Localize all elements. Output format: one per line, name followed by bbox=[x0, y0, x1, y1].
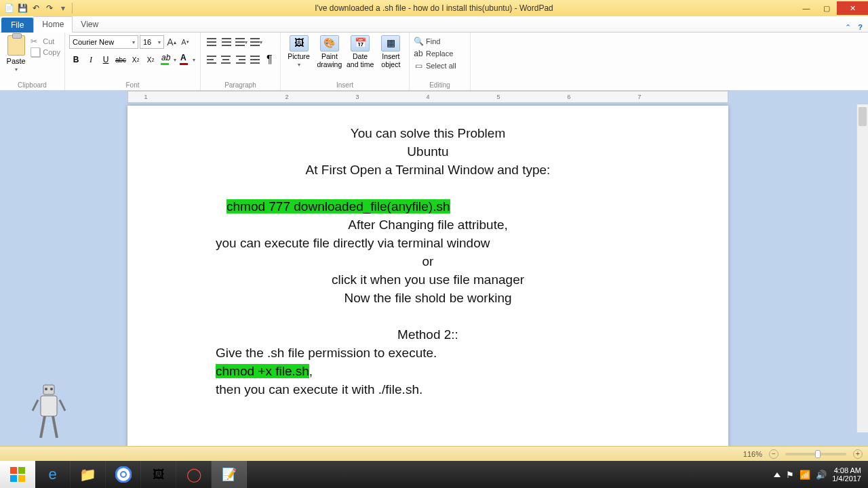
scissors-icon bbox=[31, 37, 40, 46]
fontcolor-dropdown-icon[interactable]: ▾ bbox=[193, 57, 195, 63]
highlight-color-button[interactable]: ab bbox=[159, 53, 172, 66]
bullets-button[interactable]: ▾ bbox=[235, 35, 248, 49]
volume-icon[interactable]: 🔊 bbox=[816, 470, 827, 480]
close-button[interactable]: ✕ bbox=[837, 1, 868, 15]
minimize-ribbon-icon[interactable]: ⌃ bbox=[845, 23, 851, 32]
quick-access-toolbar: 📄 💾 ↶ ↷ ▾ bbox=[0, 2, 77, 14]
align-center-button[interactable] bbox=[219, 53, 232, 66]
start-button[interactable] bbox=[0, 461, 35, 488]
doc-line: or bbox=[216, 253, 640, 271]
line-spacing-button[interactable]: ▾ bbox=[250, 35, 263, 49]
scrollbar-thumb[interactable] bbox=[859, 107, 867, 126]
replace-icon: ab bbox=[414, 49, 423, 58]
ruler-num: 7 bbox=[637, 94, 641, 100]
select-all-icon: ▭ bbox=[414, 61, 423, 70]
decrease-indent-button[interactable] bbox=[205, 35, 218, 49]
object-label: Insert object bbox=[377, 53, 405, 68]
system-tray: ⚑ 📶 🔊 4:08 AM 1/4/2017 bbox=[767, 466, 868, 483]
font-size-combo[interactable]: 16▾ bbox=[140, 35, 164, 49]
copy-button[interactable]: Copy bbox=[31, 47, 60, 57]
insert-picture-button[interactable]: 🖼Picture▾ bbox=[285, 35, 313, 68]
group-font-label: Font bbox=[69, 81, 196, 89]
window-controls: — ▢ ✕ bbox=[796, 1, 868, 15]
group-insert-label: Insert bbox=[285, 81, 405, 89]
italic-button[interactable]: I bbox=[84, 53, 98, 66]
taskbar-ie[interactable]: e bbox=[35, 461, 71, 488]
insert-paint-button[interactable]: 🎨Paint drawing bbox=[315, 35, 343, 68]
action-center-icon[interactable]: ⚑ bbox=[786, 470, 794, 480]
zoom-slider-thumb[interactable] bbox=[815, 450, 821, 458]
tab-view[interactable]: View bbox=[73, 17, 106, 32]
taskbar-app-2[interactable]: ◯ bbox=[176, 461, 212, 488]
increase-indent-button[interactable] bbox=[220, 35, 233, 49]
doc-line: You can solve this Problem bbox=[216, 125, 640, 143]
qat-dropdown-icon[interactable]: ▾ bbox=[57, 2, 69, 14]
chevron-down-icon: ▾ bbox=[158, 39, 161, 45]
paste-dropdown-icon[interactable]: ▾ bbox=[15, 66, 18, 73]
replace-label: Replace bbox=[426, 49, 453, 58]
strikethrough-button[interactable]: abc bbox=[114, 53, 127, 66]
ruler-num: 5 bbox=[496, 94, 500, 100]
cut-button[interactable]: Cut bbox=[31, 37, 60, 46]
tray-overflow-icon[interactable] bbox=[774, 472, 781, 477]
superscript-button[interactable]: X2 bbox=[144, 53, 157, 66]
highlighted-command: chmod 777 downloaded_file(anyfile).sh bbox=[226, 199, 450, 214]
chevron-down-icon: ▾ bbox=[132, 39, 135, 45]
redo-icon[interactable]: ↷ bbox=[43, 2, 56, 14]
ruler[interactable]: 1 2 3 4 5 6 7 bbox=[127, 91, 728, 103]
vertical-scrollbar[interactable] bbox=[856, 104, 868, 432]
paste-button[interactable]: Paste ▾ bbox=[4, 35, 28, 73]
save-icon[interactable]: 💾 bbox=[16, 2, 28, 14]
app-icon: 📄 bbox=[3, 2, 15, 14]
taskbar-explorer[interactable]: 📁 bbox=[71, 461, 106, 488]
doc-line bbox=[216, 308, 640, 326]
insert-object-button[interactable]: ▦Insert object bbox=[377, 35, 405, 68]
help-icon[interactable]: ? bbox=[858, 23, 863, 32]
find-button[interactable]: 🔍Find bbox=[414, 37, 466, 46]
taskbar-chrome[interactable] bbox=[106, 461, 141, 488]
align-justify-button[interactable] bbox=[248, 53, 261, 66]
network-icon[interactable]: 📶 bbox=[800, 470, 810, 480]
title-bar: 📄 💾 ↶ ↷ ▾ I've downloaded a .sh file - h… bbox=[0, 0, 868, 16]
taskbar: e 📁 🖼 ◯ 📝 ⚑ 📶 🔊 4:08 AM 1/4/2017 bbox=[0, 461, 868, 488]
copy-icon bbox=[31, 47, 40, 57]
ruler-num: 4 bbox=[426, 94, 429, 100]
align-right-button[interactable] bbox=[234, 53, 247, 66]
taskbar-clock[interactable]: 4:08 AM 1/4/2017 bbox=[832, 466, 861, 483]
grow-font-button[interactable]: A▴ bbox=[165, 36, 178, 48]
taskbar-app-1[interactable]: 🖼 bbox=[141, 461, 176, 488]
select-all-button[interactable]: ▭Select all bbox=[414, 61, 466, 70]
subscript-button[interactable]: X2 bbox=[129, 53, 142, 66]
ruler-num: 2 bbox=[285, 94, 288, 100]
wordpad-window: 📄 💾 ↶ ↷ ▾ I've downloaded a .sh file - h… bbox=[0, 0, 868, 461]
align-left-button[interactable] bbox=[205, 53, 218, 66]
undo-icon[interactable]: ↶ bbox=[30, 2, 42, 14]
cut-label: Cut bbox=[43, 37, 54, 45]
ribbon: Paste ▾ Cut Copy Clipboard Courier New▾ … bbox=[0, 33, 868, 91]
window-title: I've downloaded a .sh file - how do I in… bbox=[0, 3, 868, 13]
ruler-num: 6 bbox=[567, 94, 570, 100]
bold-button[interactable]: B bbox=[69, 53, 83, 66]
zoom-out-button[interactable]: − bbox=[769, 449, 778, 459]
tab-file[interactable]: File bbox=[1, 18, 33, 33]
taskbar-wordpad[interactable]: 📝 bbox=[212, 461, 247, 488]
font-size-value: 16 bbox=[143, 38, 151, 46]
highlight-dropdown-icon[interactable]: ▾ bbox=[174, 57, 176, 63]
paint-icon: 🎨 bbox=[320, 35, 339, 52]
tab-home[interactable]: Home bbox=[33, 16, 73, 33]
replace-button[interactable]: abReplace bbox=[414, 49, 466, 58]
zoom-in-button[interactable]: + bbox=[853, 449, 863, 459]
paragraph-dialog-button[interactable]: ¶ bbox=[263, 53, 276, 66]
document-area: 1 2 3 4 5 6 7 You can solve this Problem… bbox=[0, 91, 868, 446]
underline-button[interactable]: U bbox=[99, 53, 113, 66]
calendar-icon: 📅 bbox=[351, 35, 370, 52]
font-color-button[interactable]: A bbox=[178, 53, 191, 66]
font-name-combo[interactable]: Courier New▾ bbox=[69, 35, 138, 49]
doc-line: Ubuntu bbox=[216, 143, 640, 161]
insert-datetime-button[interactable]: 📅Date and time bbox=[347, 35, 374, 68]
minimize-button[interactable]: — bbox=[796, 1, 816, 15]
zoom-slider[interactable] bbox=[785, 453, 846, 455]
maximize-button[interactable]: ▢ bbox=[816, 1, 837, 15]
document-page[interactable]: You can solve this Problem Ubuntu At Fir… bbox=[127, 106, 728, 446]
shrink-font-button[interactable]: A▾ bbox=[179, 36, 191, 48]
